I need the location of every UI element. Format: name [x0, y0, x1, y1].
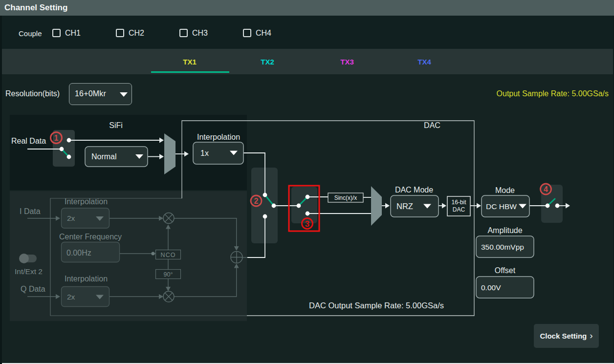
- svg-text:DAC Output Sample Rate: 5.00GS: DAC Output Sample Rate: 5.00GSa/s: [309, 301, 444, 310]
- svg-text:Interpolation: Interpolation: [197, 133, 240, 141]
- svg-text:Sinc(x)/x: Sinc(x)/x: [334, 194, 357, 201]
- svg-text:DAC: DAC: [453, 206, 465, 213]
- svg-text:1: 1: [54, 134, 59, 142]
- svg-text:16-bit: 16-bit: [451, 199, 466, 206]
- svg-text:Interpolation: Interpolation: [65, 197, 108, 206]
- svg-text:0.00V: 0.00V: [481, 283, 501, 292]
- svg-text:Real Data: Real Data: [11, 137, 46, 145]
- svg-text:Q Data: Q Data: [21, 285, 45, 293]
- svg-text:Int/Ext 2: Int/Ext 2: [15, 267, 43, 276]
- svg-text:Amplitude: Amplitude: [487, 226, 522, 235]
- svg-text:1x: 1x: [200, 149, 209, 157]
- svg-text:0.00Hz: 0.00Hz: [66, 249, 91, 257]
- svg-text:4: 4: [544, 185, 548, 193]
- svg-text:350.00mVpp: 350.00mVpp: [481, 243, 524, 251]
- svg-text:2: 2: [254, 197, 259, 205]
- svg-text:Offset: Offset: [495, 266, 516, 275]
- svg-text:Interpolation: Interpolation: [65, 275, 108, 283]
- svg-text:Mode: Mode: [495, 186, 515, 194]
- svg-text:NRZ: NRZ: [396, 202, 413, 211]
- svg-text:SiFi: SiFi: [109, 121, 123, 129]
- svg-text:Normal: Normal: [91, 152, 117, 161]
- svg-text:DC HBW: DC HBW: [486, 202, 517, 211]
- svg-text:DAC Mode: DAC Mode: [395, 186, 433, 194]
- svg-text:Center Frequency: Center Frequency: [59, 233, 122, 241]
- svg-text:2x: 2x: [67, 293, 75, 301]
- svg-text:DAC: DAC: [424, 121, 440, 129]
- svg-text:3: 3: [305, 219, 309, 229]
- svg-text:2x: 2x: [67, 214, 75, 222]
- svg-text:I Data: I Data: [20, 207, 41, 215]
- svg-text:NCO: NCO: [161, 252, 176, 258]
- svg-text:90°: 90°: [164, 271, 173, 278]
